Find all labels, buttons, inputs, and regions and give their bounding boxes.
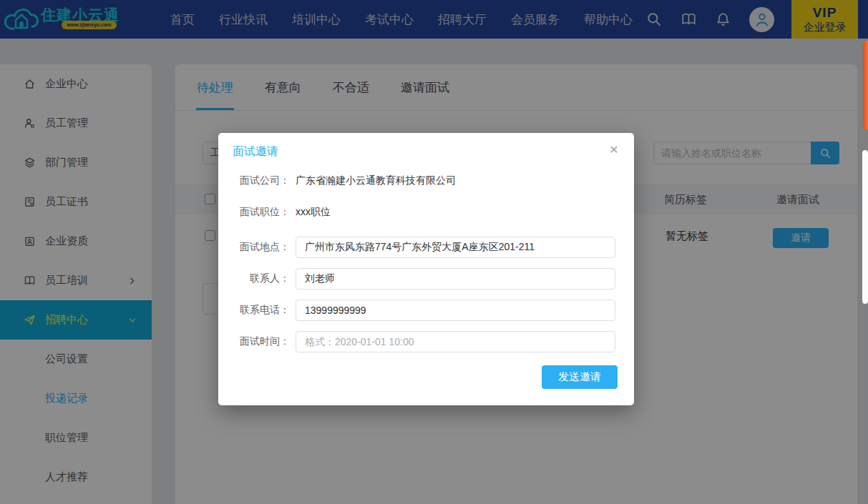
field-contact-person: 联系人： [218, 268, 634, 290]
scrollbar-thumb[interactable] [862, 150, 868, 304]
interview-invite-dialog: 面试邀请 × 面试公司： 广东省瀚建小云通教育科技有限公司 面试职位： xxx职… [218, 133, 634, 405]
app-root: 住建小云通 www.zjianxyu.com 首页 行业快讯 培训中心 考试中心… [0, 0, 868, 504]
field-interview-time: 面试时间： [218, 331, 634, 352]
contact-person-input[interactable] [296, 268, 615, 290]
close-icon[interactable]: × [610, 142, 618, 157]
field-interview-location: 面试地点： [218, 237, 634, 258]
field-contact-phone: 联系电话： [218, 300, 634, 321]
dialog-title: 面试邀请 [233, 144, 278, 159]
interview-time-input[interactable] [296, 331, 615, 352]
field-interview-position: 面试职位： xxx职位 [218, 205, 634, 219]
contact-phone-input[interactable] [296, 300, 615, 321]
interview-location-input[interactable] [296, 237, 615, 258]
field-interview-company: 面试公司： 广东省瀚建小云通教育科技有限公司 [218, 174, 634, 188]
floating-widget-bar[interactable] [863, 41, 868, 129]
send-invite-button[interactable]: 发送邀请 [542, 365, 618, 389]
